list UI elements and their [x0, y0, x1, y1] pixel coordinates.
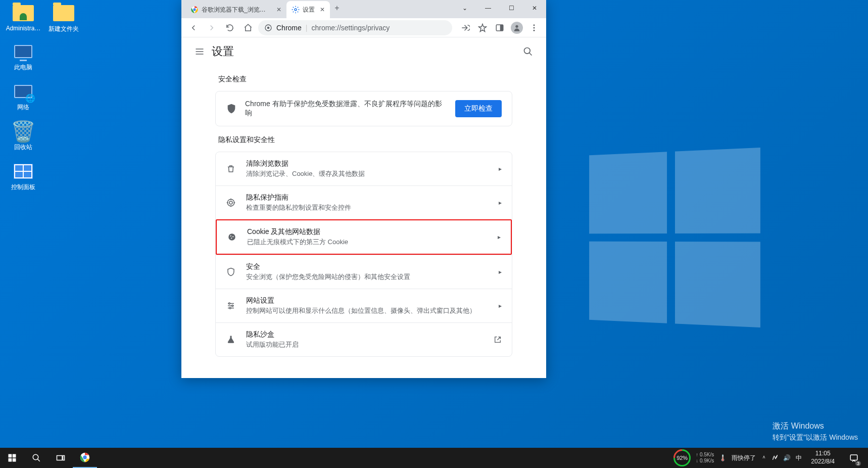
- tab-1[interactable]: 谷歌浏览器下载_浏览器官网入口 ✕: [185, 1, 286, 18]
- item-sub: 清除浏览记录、Cookie、缓存及其他数据: [246, 169, 489, 178]
- avatar-icon: [511, 22, 523, 34]
- item-sub: 控制网站可以使用和显示什么信息（如位置信息、摄像头、弹出式窗口及其他）: [246, 306, 489, 315]
- privacy-item-sandbox[interactable]: 隐私沙盒试用版功能已开启: [216, 322, 512, 356]
- share-button[interactable]: [457, 20, 473, 36]
- forward-button[interactable]: [204, 20, 220, 36]
- svg-point-20: [229, 307, 231, 309]
- svg-point-17: [231, 238, 232, 239]
- target-icon: [226, 198, 236, 207]
- tab-strip: 谷歌浏览器下载_浏览器官网入口 ✕ 设置 ✕ +: [181, 1, 453, 18]
- desktop-icon-thispc[interactable]: 此电脑: [3, 41, 43, 72]
- reload-button[interactable]: [222, 20, 238, 36]
- weather-icon[interactable]: 🌡️: [719, 454, 727, 461]
- taskview-button[interactable]: [49, 448, 73, 468]
- new-tab-button[interactable]: +: [330, 1, 344, 15]
- tray-chevron-icon[interactable]: ＾: [761, 454, 767, 462]
- hamburger-menu-button[interactable]: [189, 41, 210, 62]
- tab-title: 谷歌浏览器下载_浏览器官网入口: [202, 6, 271, 14]
- svg-rect-30: [850, 455, 857, 460]
- back-button[interactable]: [185, 20, 202, 36]
- search-button[interactable]: [518, 41, 538, 62]
- svg-rect-24: [13, 458, 16, 462]
- battery-indicator[interactable]: 92%: [673, 449, 691, 466]
- windows-logo-backdrop: [589, 148, 760, 327]
- minimize-button[interactable]: —: [476, 0, 500, 16]
- tab-search-button[interactable]: ⌄: [453, 0, 476, 16]
- privacy-item-security[interactable]: 安全安全浏览（保护您免受危险网站的侵害）和其他安全设置 ▸: [216, 255, 512, 289]
- shield-outline-icon: [226, 267, 236, 276]
- close-tab-icon[interactable]: ✕: [276, 6, 281, 13]
- item-title: Cookie 及其他网站数据: [247, 227, 488, 237]
- desktop-icon-administrator[interactable]: Administra…: [3, 3, 43, 32]
- privacy-item-cookies[interactable]: Cookie 及其他网站数据已阻止无痕模式下的第三方 Cookie ▸: [216, 219, 512, 255]
- chevron-right-icon: ▸: [499, 302, 502, 309]
- network-icon: [14, 85, 32, 98]
- activation-watermark: 激活 Windows 转到"设置"以激活 Windows: [773, 420, 858, 443]
- address-bar[interactable]: Chrome | chrome://settings/privacy: [258, 20, 452, 35]
- taskbar-chrome-button[interactable]: [73, 448, 97, 468]
- folder-user-icon: [13, 5, 34, 21]
- url-origin: Chrome: [276, 24, 302, 32]
- clock[interactable]: 11:05 2022/8/4: [807, 450, 839, 465]
- safety-check-button[interactable]: 立即检查: [455, 100, 502, 117]
- privacy-item-site-settings[interactable]: 网站设置控制网站可以使用和显示什么信息（如位置信息、摄像头、弹出式窗口及其他） …: [216, 289, 512, 322]
- desktop-icon-newfolder[interactable]: 新建文件夹: [43, 3, 84, 33]
- chevron-right-icon: ▸: [499, 165, 502, 172]
- recycle-bin-icon: 🗑️: [11, 121, 35, 142]
- maximize-button[interactable]: ☐: [500, 0, 523, 16]
- menu-button[interactable]: [526, 20, 542, 36]
- svg-rect-6: [500, 25, 503, 31]
- svg-point-9: [534, 27, 535, 28]
- svg-point-13: [229, 201, 232, 204]
- desktop-label: 此电脑: [14, 63, 32, 72]
- shield-icon: [226, 103, 237, 114]
- battery-icon[interactable]: 🗲: [772, 454, 778, 461]
- gear-favicon-icon: [292, 6, 300, 14]
- tab-2-settings[interactable]: 设置 ✕: [286, 1, 330, 18]
- svg-point-19: [232, 305, 233, 307]
- page-title: 设置: [212, 44, 234, 59]
- svg-point-4: [267, 26, 270, 29]
- safety-check-text: Chrome 有助于保护您免受数据泄露、不良扩展程序等问题的影响: [245, 100, 447, 118]
- svg-rect-26: [57, 456, 63, 460]
- sidepanel-button[interactable]: [492, 20, 508, 36]
- svg-point-8: [534, 24, 535, 26]
- svg-point-16: [232, 236, 233, 237]
- tab-title: 设置: [303, 6, 315, 14]
- safety-check-card: Chrome 有助于保护您免受数据泄露、不良扩展程序等问题的影响 立即检查: [215, 91, 512, 126]
- notif-count-badge: 3: [855, 461, 861, 466]
- desktop-icon-controlpanel[interactable]: 控制面板: [3, 161, 43, 192]
- desktop-icons-col2: 新建文件夹: [43, 0, 144, 42]
- svg-point-25: [33, 454, 38, 460]
- desktop-label: 新建文件夹: [49, 25, 79, 33]
- chrome-window: 谷歌浏览器下载_浏览器官网入口 ✕ 设置 ✕ + ⌄ — ☐ ✕ Chrome …: [181, 0, 546, 378]
- taskbar: 92% ↑ 0.5K/s ↓ 0.9K/s 🌡️ 雨快停了 ＾ 🗲 🔊 中 11…: [0, 448, 868, 468]
- svg-rect-21: [9, 454, 12, 458]
- home-button[interactable]: [240, 20, 256, 36]
- privacy-item-guide[interactable]: 隐私保护指南检查重要的隐私控制设置和安全控件 ▸: [216, 185, 512, 219]
- volume-icon[interactable]: 🔊: [783, 454, 791, 461]
- browser-toolbar: Chrome | chrome://settings/privacy: [181, 18, 546, 37]
- privacy-heading: 隐私设置和安全性: [218, 135, 512, 145]
- desktop-icon-network[interactable]: 网络: [3, 81, 43, 112]
- external-link-icon: [494, 336, 502, 344]
- bookmark-button[interactable]: [474, 20, 491, 36]
- close-tab-icon[interactable]: ✕: [320, 6, 325, 13]
- desktop-icon-recycle[interactable]: 🗑️ 回收站: [3, 121, 43, 152]
- titlebar: 谷歌浏览器下载_浏览器官网入口 ✕ 设置 ✕ + ⌄ — ☐ ✕: [181, 0, 546, 18]
- privacy-item-clear-data[interactable]: 清除浏览数据清除浏览记录、Cookie、缓存及其他数据 ▸: [216, 152, 512, 185]
- privacy-list: 清除浏览数据清除浏览记录、Cookie、缓存及其他数据 ▸ 隐私保护指南检查重要…: [215, 152, 512, 357]
- search-taskbar-button[interactable]: [24, 448, 49, 468]
- system-tray: 92% ↑ 0.5K/s ↓ 0.9K/s 🌡️ 雨快停了 ＾ 🗲 🔊 中 11…: [669, 448, 868, 468]
- ime-indicator[interactable]: 中: [796, 454, 802, 462]
- profile-button[interactable]: [509, 20, 525, 36]
- close-window-button[interactable]: ✕: [523, 0, 546, 16]
- cookie-icon: [227, 232, 237, 242]
- svg-point-29: [83, 455, 86, 459]
- start-button[interactable]: [0, 448, 24, 468]
- sliders-icon: [226, 301, 236, 310]
- item-title: 隐私保护指南: [246, 193, 489, 202]
- item-title: 网站设置: [246, 296, 489, 305]
- notifications-button[interactable]: 3: [844, 448, 864, 468]
- weather-text[interactable]: 雨快停了: [732, 454, 756, 462]
